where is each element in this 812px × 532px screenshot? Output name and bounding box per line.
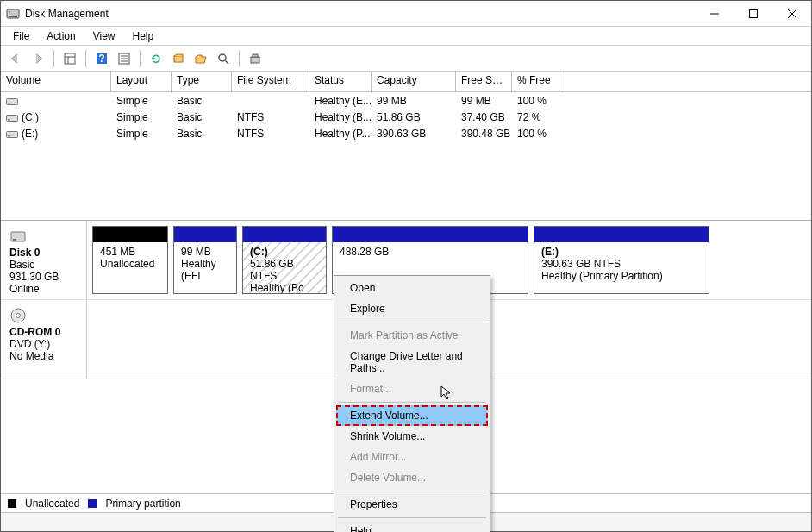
volume-row[interactable]: (C:)SimpleBasicNTFSHealthy (B...51.86 GB… [1, 109, 811, 125]
disk-management-window: Disk Management File Action View Help ? … [0, 0, 812, 532]
col-filesystem[interactable]: File System [232, 72, 309, 91]
minimize-button[interactable] [695, 1, 734, 26]
col-volume[interactable]: Volume [1, 72, 111, 91]
volume-list: SimpleBasicHealthy (E...99 MB99 MB100 %(… [1, 92, 811, 220]
titlebar[interactable]: Disk Management [1, 1, 811, 27]
svg-rect-26 [8, 135, 10, 137]
cm-mark-active: Mark Partition as Active [336, 325, 488, 346]
svg-text:?: ? [98, 53, 104, 65]
col-capacity[interactable]: Capacity [372, 72, 456, 91]
cm-format: Format... [336, 379, 488, 399]
app-icon [6, 7, 20, 21]
menu-view[interactable]: View [84, 28, 124, 44]
drive-icon [6, 129, 18, 138]
col-pctfree[interactable]: % Free [512, 72, 559, 91]
toolbar: ? [1, 46, 811, 72]
col-status[interactable]: Status [309, 72, 372, 91]
svg-rect-19 [251, 57, 259, 63]
col-freespace[interactable]: Free Spa... [456, 72, 512, 91]
cm-help[interactable]: Help [336, 521, 488, 532]
partition[interactable]: 451 MBUnallocated [92, 226, 168, 294]
cm-shrink-volume[interactable]: Shrink Volume... [336, 426, 488, 447]
show-tree-icon[interactable] [60, 49, 79, 68]
partition[interactable]: 99 MBHealthy (EFI [173, 226, 237, 294]
cm-change-letter[interactable]: Change Drive Letter and Paths... [336, 346, 488, 379]
partition[interactable]: (E:)390.63 GB NTFSHealthy (Primary Parti… [534, 226, 709, 294]
legend-primary: Primary partition [105, 498, 180, 510]
rescan-icon[interactable] [169, 49, 188, 68]
partition[interactable]: (C:)51.86 GB NTFSHealthy (Bo [242, 226, 327, 294]
drive-icon [6, 113, 18, 122]
svg-rect-22 [8, 103, 10, 104]
menubar: File Action View Help [1, 27, 811, 46]
svg-rect-20 [253, 54, 258, 57]
cm-add-mirror: Add Mirror... [336, 447, 488, 467]
volume-list-header: Volume Layout Type File System Status Ca… [1, 72, 811, 92]
col-layout[interactable]: Layout [111, 72, 172, 91]
svg-rect-24 [8, 119, 10, 121]
context-menu: Open Explore Mark Partition as Active Ch… [334, 275, 490, 532]
svg-point-2 [9, 10, 10, 12]
search-icon[interactable] [214, 49, 233, 68]
svg-line-18 [225, 60, 228, 64]
svg-rect-1 [9, 16, 17, 17]
svg-rect-4 [749, 9, 757, 17]
cm-open[interactable]: Open [336, 278, 488, 298]
help-icon[interactable]: ? [92, 49, 111, 68]
menu-file[interactable]: File [4, 28, 38, 44]
close-button[interactable] [772, 1, 811, 26]
legend-unallocated: Unallocated [25, 498, 79, 510]
drive-icon [6, 97, 18, 105]
menu-help[interactable]: Help [124, 28, 163, 44]
svg-point-17 [219, 54, 226, 61]
settings-icon[interactable] [246, 49, 265, 68]
window-title: Disk Management [25, 8, 695, 20]
volume-row[interactable]: SimpleBasicHealthy (E...99 MB99 MB100 % [1, 92, 811, 109]
forward-icon[interactable] [28, 49, 47, 68]
disk-label[interactable]: Disk 0Basic931.30 GBOnline [1, 221, 87, 299]
cm-properties[interactable]: Properties [336, 494, 488, 515]
volume-row[interactable]: (E:)SimpleBasicNTFSHealthy (P...390.63 G… [1, 125, 811, 141]
cursor-icon [440, 385, 453, 401]
cm-explore[interactable]: Explore [336, 298, 488, 319]
refresh-icon[interactable] [147, 49, 166, 68]
svg-point-30 [16, 314, 21, 318]
svg-rect-28 [13, 239, 16, 241]
svg-rect-16 [174, 56, 183, 62]
maximize-button[interactable] [734, 1, 772, 26]
svg-rect-7 [65, 53, 75, 64]
disk-label[interactable]: CD-ROM 0DVD (Y:)No Media [1, 300, 87, 379]
back-icon[interactable] [6, 49, 25, 68]
open-icon[interactable] [191, 49, 210, 68]
menu-action[interactable]: Action [38, 28, 84, 44]
cm-delete-volume: Delete Volume... [336, 467, 488, 488]
col-type[interactable]: Type [172, 72, 232, 91]
cm-extend-volume[interactable]: Extend Volume... [336, 405, 488, 426]
list-icon[interactable] [115, 49, 134, 68]
